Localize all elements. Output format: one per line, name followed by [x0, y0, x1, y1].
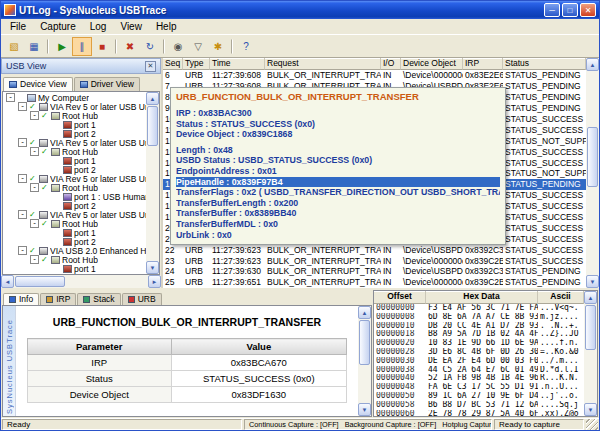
find-button[interactable]: ◉	[168, 37, 188, 56]
toolbar-button-icon: ◉	[174, 41, 183, 52]
tree-item-port[interactable]: port 1	[3, 264, 146, 273]
node-icon	[63, 193, 72, 201]
open-log-button[interactable]: ▧	[4, 37, 24, 56]
filter-button[interactable]: ▽	[188, 37, 208, 56]
expander-icon[interactable]: -	[18, 102, 27, 111]
status-ready: Ready	[2, 419, 242, 430]
checkbox-icon[interactable]: ✓	[41, 148, 49, 156]
expander-icon[interactable]: -	[18, 138, 27, 147]
refresh-button[interactable]: ↻	[140, 37, 160, 56]
view-tabs: Device ViewDriver View	[1, 74, 161, 91]
expander-icon[interactable]: -	[18, 174, 27, 183]
save-log-button[interactable]: ▦	[24, 37, 44, 56]
expander-icon[interactable]: -	[30, 219, 39, 228]
tree-vertical-scrollbar[interactable]: ▲ ▼	[146, 92, 159, 274]
pause-capture-button[interactable]: ∥	[72, 37, 92, 56]
hex-row: 00000000 F3 E4 AF 56 3C 71 7E FA ...V<q~…	[374, 304, 584, 313]
offset-column-header[interactable]: Offset	[374, 291, 426, 304]
info-vertical-scrollbar[interactable]: ▲ ▼	[358, 306, 371, 416]
node-icon	[27, 94, 36, 102]
tooltip-lines: IRP : 0x83BAC300Status : STATUS_SUCCESS …	[176, 103, 500, 240]
checkbox-icon[interactable]: ✓	[41, 112, 49, 120]
options-button[interactable]: ✱	[208, 37, 228, 56]
menu-file[interactable]: File	[3, 20, 33, 33]
hex-row: 00000050 89 1C 6A 27 10 9E 6F D4 ..j'..o…	[374, 392, 584, 401]
help-button[interactable]: ?	[236, 37, 256, 56]
expander-icon[interactable]: -	[6, 93, 15, 102]
tab-irp[interactable]: IRP	[40, 293, 76, 305]
hex-vertical-scrollbar[interactable]: ▲ ▼	[584, 291, 597, 416]
toolbar-button[interactable]	[47, 39, 49, 54]
ascii-column-header[interactable]: Ascii	[538, 291, 584, 304]
tab-device-view[interactable]: Device View	[3, 77, 73, 91]
tooltip-line: Status : STATUS_SUCCESS (0x0)	[176, 119, 500, 130]
column-header[interactable]: Seq	[163, 58, 183, 70]
log-vertical-scrollbar[interactable]: ▲ ▼	[586, 58, 599, 288]
tab-icon	[46, 296, 53, 303]
expander-icon[interactable]: -	[30, 111, 39, 120]
column-header[interactable]: Type	[183, 58, 210, 70]
checkbox-icon[interactable]: ✓	[41, 220, 49, 228]
panel-close-icon[interactable]: ✕	[145, 61, 156, 72]
checkbox-icon[interactable]: ✓	[41, 256, 49, 264]
log-row[interactable]: 25 URB 11:27:39:651 BULK_OR_INTERRUPT_TR…	[163, 277, 586, 288]
resize-grip[interactable]	[586, 419, 598, 430]
column-header[interactable]: IRP	[463, 58, 503, 70]
tooltip-line: TransferBufferLength : 0x200	[176, 198, 500, 209]
toolbar-button[interactable]	[231, 39, 233, 54]
log-row[interactable]: 23 URB 11:27:39:623 BULK_OR_INTERRUPT_TR…	[163, 255, 586, 266]
toolbar-button[interactable]	[163, 39, 165, 54]
log-row[interactable]: 22 URB 11:27:39:623 BULK_OR_INTERRUPT_TR…	[163, 244, 586, 255]
node-icon	[63, 202, 72, 210]
menu-help[interactable]: Help	[149, 20, 184, 33]
node-icon	[63, 157, 72, 165]
expander-icon[interactable]: -	[18, 210, 27, 219]
menu-view[interactable]: View	[113, 20, 149, 33]
log-table-header: SeqTypeTimeRequestI/ODevice ObjectIRPSta…	[163, 58, 586, 70]
expander-icon[interactable]: -	[30, 255, 39, 264]
node-icon	[51, 112, 60, 120]
hex-row: 00000008 6D 8E 6A 7A A7 CE 8B 93 m.jz...…	[374, 313, 584, 322]
tooltip-line: Length : 0x48	[176, 145, 500, 156]
tab-urb[interactable]: URB	[122, 293, 162, 305]
toolbar-button[interactable]	[115, 39, 117, 54]
node-icon	[39, 247, 48, 255]
maximize-button[interactable]: □	[562, 3, 578, 17]
app-window: UTLog - SysNucleus USBTrace ─ □ ✕ FileCa…	[0, 0, 600, 431]
titlebar[interactable]: UTLog - SysNucleus USBTrace ─ □ ✕	[1, 1, 599, 19]
expander-icon[interactable]: -	[18, 246, 27, 255]
column-header[interactable]: Device Object	[401, 58, 463, 70]
tab-info[interactable]: Info	[3, 293, 39, 305]
log-row[interactable]: 24 URB 11:27:39:630 BULK_OR_INTERRUPT_TR…	[163, 266, 586, 277]
log-row[interactable]: 6 URB 11:27:39:608 BULK_OR_INTERRUPT_TRA…	[163, 70, 586, 81]
menu-capture[interactable]: Capture	[33, 20, 83, 33]
column-header[interactable]: Time	[210, 58, 265, 70]
tab-driver-view[interactable]: Driver View	[74, 77, 140, 91]
menu-log[interactable]: Log	[83, 20, 114, 33]
column-header[interactable]: I/O	[381, 58, 401, 70]
minimize-button[interactable]: ─	[544, 3, 560, 17]
node-icon	[63, 121, 72, 129]
app-icon	[4, 4, 16, 16]
param-row: Device Object 0x83DF1630	[27, 387, 346, 403]
param-table: Parameter Value IRP 0x83BCA670	[27, 338, 347, 403]
column-header[interactable]: Status	[503, 58, 586, 70]
hex-row: 00000028 3D E6 8C 4B 6F 0D 26 30 =..Ko.&…	[374, 348, 584, 357]
tooltip-line: PipeHandle : 0x839F97B4	[176, 177, 500, 188]
hex-rows: 00000000 F3 E4 AF 56 3C 71 7E FA ...V<q~…	[374, 304, 584, 416]
hexdata-column-header[interactable]: Hex Data	[426, 291, 538, 304]
tab-stack[interactable]: Stack	[77, 293, 120, 305]
stop-capture-button[interactable]: ■	[92, 37, 112, 56]
brand-strip: SysNucleus USBTrace	[3, 306, 16, 416]
close-button[interactable]: ✕	[580, 3, 596, 17]
start-capture-button[interactable]: ▶	[52, 37, 72, 56]
expander-icon[interactable]: -	[30, 147, 39, 156]
clear-log-button[interactable]: ✖	[120, 37, 140, 56]
expander-icon[interactable]: -	[30, 183, 39, 192]
column-header[interactable]: Request	[265, 58, 381, 70]
toolbar-button-icon: ■	[99, 41, 105, 52]
bottom-area: InfoIRPStackURB SysNucleus USBTrace URB_…	[1, 288, 599, 418]
tree-horizontal-scrollbar[interactable]: ◄ ►	[1, 275, 161, 288]
monitor-icon	[9, 81, 17, 88]
checkbox-icon[interactable]: ✓	[41, 184, 49, 192]
